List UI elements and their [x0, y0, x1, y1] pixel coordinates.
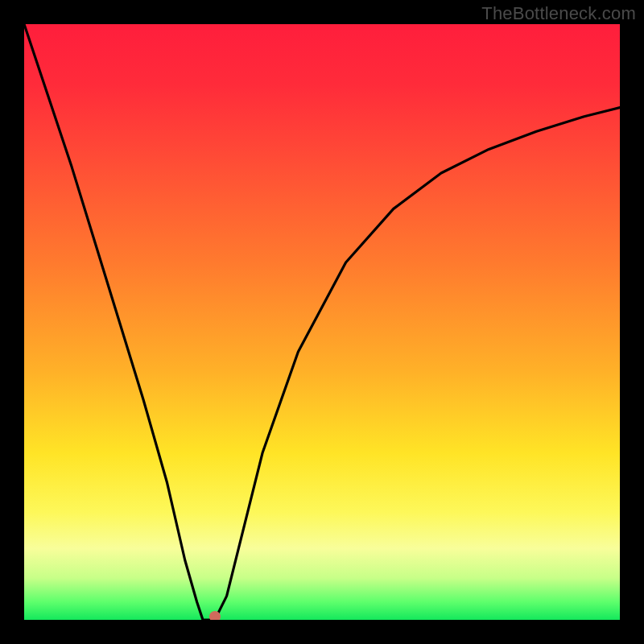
watermark-text: TheBottleneck.com [481, 3, 636, 24]
valley-marker-dot [209, 611, 221, 620]
plot-area [24, 24, 620, 620]
chart-frame: TheBottleneck.com [0, 0, 644, 644]
bottleneck-curve [24, 24, 620, 620]
